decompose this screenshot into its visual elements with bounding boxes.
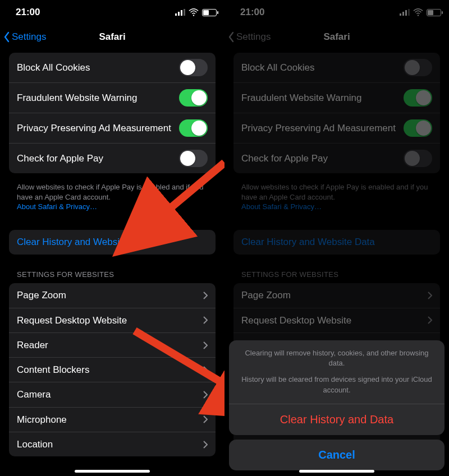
row-label: Fraudulent Website Warning	[17, 92, 179, 104]
row-label: Reader	[17, 339, 203, 351]
chevron-right-icon	[203, 415, 208, 423]
svg-point-0	[193, 15, 194, 16]
row-label: Page Zoom	[17, 289, 203, 301]
row-content-blockers[interactable]: Content Blockers	[9, 357, 216, 382]
chevron-right-icon	[203, 316, 208, 324]
row-label: Camera	[17, 389, 203, 400]
row-ppam[interactable]: Privacy Preserving Ad Measurement	[9, 113, 216, 143]
phone-screen-left: 21:00 Settings Safari Block All Cookies …	[0, 0, 224, 476]
toggle-fraud-warning[interactable]	[179, 89, 208, 107]
clear-history-row[interactable]: Clear History and Website Data	[9, 230, 216, 255]
wifi-icon	[189, 7, 199, 17]
back-button[interactable]: Settings	[3, 25, 46, 49]
row-block-cookies[interactable]: Block All Cookies	[9, 53, 216, 82]
row-apple-pay[interactable]: Check for Apple Pay	[9, 143, 216, 173]
row-label: Request Desktop Website	[17, 315, 203, 326]
toggle-block-cookies[interactable]	[179, 59, 208, 76]
row-location[interactable]: Location	[9, 432, 216, 456]
chevron-right-icon	[203, 292, 208, 299]
row-label: Microphone	[17, 414, 203, 426]
row-camera[interactable]: Camera	[9, 382, 216, 406]
group-websites: Page Zoom Request Desktop Website Reader…	[9, 283, 216, 457]
status-icons	[175, 7, 217, 17]
clear-history-and-data-button[interactable]: Clear History and Data	[229, 404, 445, 435]
sheet-msg-line: Clearing will remove history, cookies, a…	[240, 348, 433, 369]
home-indicator[interactable]	[75, 470, 150, 473]
group-clear: Clear History and Website Data	[9, 230, 216, 255]
chevron-right-icon	[203, 391, 208, 399]
action-sheet-message: Clearing will remove history, cookies, a…	[229, 340, 445, 404]
row-microphone[interactable]: Microphone	[9, 407, 216, 432]
websites-header: SETTINGS FOR WEBSITES	[0, 270, 224, 283]
privacy-footer: Allow websites to check if Apple Pay is …	[0, 178, 224, 212]
about-safari-privacy-link[interactable]: About Safari & Privacy…	[17, 202, 97, 211]
row-request-desktop[interactable]: Request Desktop Website	[9, 308, 216, 332]
nav-title: Safari	[99, 31, 125, 43]
status-time: 21:00	[16, 7, 40, 18]
chevron-right-icon	[203, 341, 208, 349]
chevron-left-icon	[3, 31, 10, 43]
footer-text: Allow websites to check if Apple Pay is …	[17, 183, 203, 201]
cellular-icon	[175, 9, 185, 16]
sheet-msg-line: History will be cleared from devices sig…	[240, 375, 433, 396]
row-label: Block All Cookies	[17, 62, 179, 73]
action-sheet: Clearing will remove history, cookies, a…	[229, 340, 445, 470]
clear-history-label: Clear History and Website Data	[17, 236, 208, 248]
row-fraud-warning[interactable]: Fraudulent Website Warning	[9, 82, 216, 113]
group-privacy: Block All Cookies Fraudulent Website War…	[9, 53, 216, 173]
action-sheet-card: Clearing will remove history, cookies, a…	[229, 340, 445, 435]
settings-list: Block All Cookies Fraudulent Website War…	[0, 53, 224, 456]
row-page-zoom[interactable]: Page Zoom	[9, 283, 216, 308]
row-label: Privacy Preserving Ad Measurement	[17, 122, 179, 134]
battery-icon	[202, 9, 217, 16]
phone-screen-right: 21:00 Settings Safari Block All Cookies …	[224, 0, 449, 476]
toggle-apple-pay[interactable]	[179, 150, 208, 167]
back-label: Settings	[12, 31, 46, 43]
row-label: Content Blockers	[17, 364, 203, 376]
chevron-right-icon	[203, 366, 208, 374]
cancel-button[interactable]: Cancel	[229, 440, 445, 470]
row-reader[interactable]: Reader	[9, 332, 216, 357]
chevron-right-icon	[203, 441, 208, 449]
toggle-ppam[interactable]	[179, 119, 208, 137]
row-label: Location	[17, 438, 203, 450]
nav-bar: Settings Safari	[0, 25, 224, 49]
row-label: Check for Apple Pay	[17, 152, 179, 164]
status-bar: 21:00	[0, 0, 224, 25]
home-indicator[interactable]	[299, 470, 374, 473]
